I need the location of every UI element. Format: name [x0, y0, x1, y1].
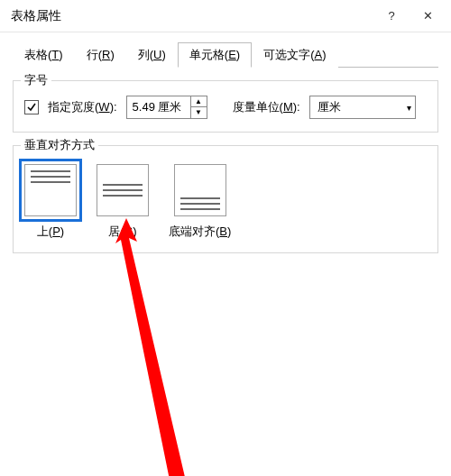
measure-unit-value: 厘米 [318, 99, 341, 115]
tab-table[interactable]: 表格(T) [13, 42, 75, 68]
spin-up-button[interactable]: ▲ [191, 96, 207, 107]
align-bottom-label: 底端对齐(B) [169, 224, 231, 240]
vertical-align-legend: 垂直对齐方式 [21, 137, 98, 153]
tabstrip: 表格(T) 行(R) 列(U) 单元格(E) 可选文字(A) [13, 41, 438, 68]
align-bottom-option[interactable] [174, 164, 226, 216]
size-group: 字号 指定宽度(W): ▲ ▼ 度量单位(M): 厘米 ▾ [13, 80, 438, 133]
align-top-option[interactable] [24, 164, 77, 216]
width-input[interactable] [127, 97, 190, 117]
titlebar: 表格属性 ? ✕ [0, 0, 451, 32]
specify-width-label: 指定宽度(W): [48, 99, 117, 115]
specify-width-checkbox[interactable] [24, 100, 39, 114]
width-spinner[interactable]: ▲ ▼ [126, 96, 207, 119]
align-top-label: 上(P) [37, 224, 64, 240]
tab-column[interactable]: 列(U) [126, 42, 178, 68]
tab-alt-text[interactable]: 可选文字(A) [252, 42, 337, 68]
measure-unit-label: 度量单位(M): [233, 99, 300, 115]
align-center-label: 居(C) [108, 224, 136, 240]
check-icon [26, 102, 37, 113]
annotation-arrow-icon [115, 218, 278, 476]
close-button[interactable]: ✕ [410, 2, 446, 31]
size-legend: 字号 [21, 72, 51, 88]
svg-marker-0 [115, 218, 188, 476]
align-center-option[interactable] [97, 164, 149, 216]
dialog-title: 表格属性 [11, 8, 373, 24]
tab-cell[interactable]: 单元格(E) [178, 42, 252, 68]
measure-unit-select[interactable]: 厘米 ▾ [309, 96, 416, 119]
chevron-down-icon: ▾ [407, 103, 411, 113]
vertical-align-group: 垂直对齐方式 上(P) 居(C) [13, 145, 438, 253]
help-button[interactable]: ? [373, 2, 410, 31]
spin-down-button[interactable]: ▼ [191, 107, 207, 118]
tab-row[interactable]: 行(R) [75, 42, 126, 68]
